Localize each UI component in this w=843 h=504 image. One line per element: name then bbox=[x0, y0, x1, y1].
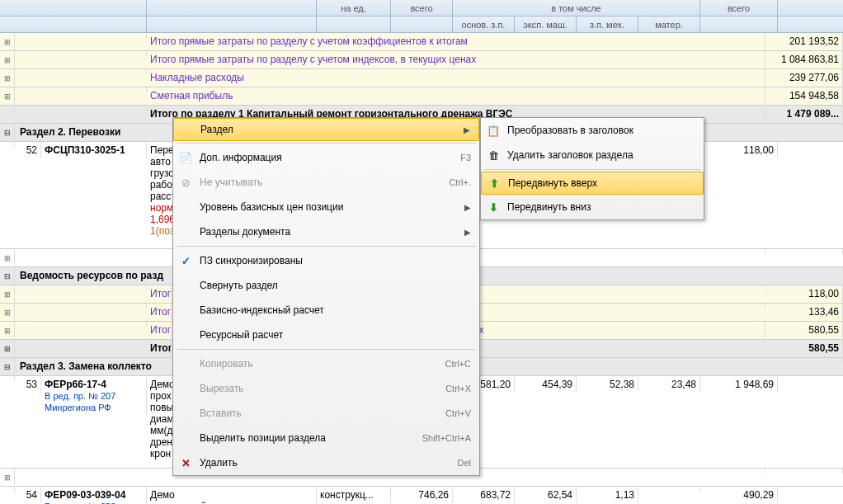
collapse-icon[interactable]: ⊟ bbox=[4, 272, 11, 280]
submenu-item-delete-header[interactable]: 🗑 Удалить заголовок раздела bbox=[481, 143, 704, 167]
menu-item-pz-sync[interactable]: ✓ ПЗ синхронизированы bbox=[173, 248, 479, 273]
info-icon: 📄 bbox=[178, 150, 193, 165]
menu-item-doc-sections[interactable]: Разделы документа ▶ bbox=[173, 219, 479, 244]
submenu-arrow-icon: ▶ bbox=[448, 228, 471, 237]
expand-icon[interactable]: ⊞ bbox=[4, 327, 11, 335]
arrow-up-icon: ⬆ bbox=[487, 176, 502, 191]
disable-icon: ⊘ bbox=[178, 175, 193, 190]
context-submenu: 📋 Преобразовать в заголовок 🗑 Удалить за… bbox=[480, 117, 704, 220]
delete-header-icon: 🗑 bbox=[486, 148, 501, 163]
expand-icon[interactable]: ⊞ bbox=[4, 290, 11, 299]
menu-item-copy[interactable]: Копировать Ctrl+C bbox=[173, 351, 479, 376]
expand-icon[interactable]: ⊞ bbox=[4, 56, 11, 64]
summary-row[interactable]: ⊞ Сметная прибыль 154 948,58 bbox=[0, 87, 843, 106]
context-menu: Раздел ▶ 📄 Доп. информация F3 ⊘ Не учиты… bbox=[172, 117, 480, 476]
table-header-row-2: основ. з.п. эксп. маш. з.п. мех. матер. bbox=[0, 16, 843, 33]
menu-item-base-price-level[interactable]: Уровень базисных цен позиции ▶ bbox=[173, 195, 479, 219]
summary-row[interactable]: ⊞ Накладные расходы 239 277,06 bbox=[0, 69, 843, 87]
menu-item-dop-info[interactable]: 📄 Доп. информация F3 bbox=[173, 145, 479, 170]
collapse-icon[interactable]: ⊟ bbox=[4, 129, 11, 137]
summary-value: 201 193,52 bbox=[765, 33, 843, 49]
summary-row[interactable]: ⊞ Итого прямые затраты по разделу с учет… bbox=[0, 33, 843, 51]
row-code: ФСЦП310-3025-1 bbox=[45, 144, 125, 156]
check-icon: ✓ bbox=[178, 253, 193, 268]
submenu-arrow-icon: ▶ bbox=[448, 203, 471, 212]
menu-item-index-calc[interactable]: Базисно-индексный расчет bbox=[173, 298, 479, 323]
menu-separator bbox=[177, 246, 476, 247]
submenu-item-move-up[interactable]: ⬆ Передвинуть вверх bbox=[481, 172, 704, 195]
summary-label: Итого прямые затраты по разделу с учетом… bbox=[147, 33, 765, 49]
menu-item-cut[interactable]: Вырезать Ctrl+X bbox=[173, 376, 479, 401]
menu-separator bbox=[177, 143, 476, 144]
collapse-icon[interactable]: ⊟ bbox=[4, 363, 11, 371]
menu-item-resource-calc[interactable]: Ресурсный расчет bbox=[173, 323, 479, 347]
arrow-down-icon: ⬇ bbox=[486, 200, 501, 214]
menu-item-paste[interactable]: Вставить Ctrl+V bbox=[173, 401, 479, 426]
expand-icon[interactable]: ⊞ bbox=[4, 74, 11, 82]
menu-separator bbox=[484, 169, 700, 170]
convert-icon: 📋 bbox=[486, 123, 501, 138]
row-number: 52 bbox=[15, 142, 41, 158]
expand-icon[interactable]: ⊞ bbox=[4, 309, 11, 317]
menu-item-ne-uchityvat[interactable]: ⊘ Не учитывать Ctrl+. bbox=[173, 170, 479, 195]
submenu-item-convert[interactable]: 📋 Преобразовать в заголовок bbox=[481, 118, 704, 143]
delete-icon: ✕ bbox=[178, 455, 193, 470]
table-row[interactable]: 54 ФЕР09-03-039-04 В ред. пр. № 253 Минр… bbox=[0, 487, 843, 504]
expand-icon[interactable]: ⊞ bbox=[4, 92, 11, 101]
menu-separator bbox=[177, 349, 476, 350]
menu-item-section[interactable]: Раздел ▶ bbox=[173, 118, 479, 141]
summary-row[interactable]: ⊞ Итого прямые затраты по разделу с учет… bbox=[0, 51, 843, 69]
expand-icon[interactable]: ⊞ bbox=[4, 38, 11, 46]
submenu-arrow-icon: ▶ bbox=[447, 125, 470, 134]
submenu-item-move-down[interactable]: ⬇ Передвинуть вниз bbox=[481, 195, 704, 219]
expand-icon[interactable]: ⊞ bbox=[4, 345, 11, 353]
table-header-row-1: на ед. всего в том числе всего bbox=[0, 0, 843, 16]
menu-item-delete[interactable]: ✕ Удалить Del bbox=[173, 450, 479, 475]
expand-icon[interactable]: ⊞ bbox=[4, 473, 11, 482]
expand-icon[interactable]: ⊞ bbox=[4, 254, 11, 262]
menu-item-select-all[interactable]: Выделить позиции раздела Shift+Ctrl+A bbox=[173, 426, 479, 450]
menu-item-collapse-section[interactable]: Свернуть раздел bbox=[173, 273, 479, 298]
